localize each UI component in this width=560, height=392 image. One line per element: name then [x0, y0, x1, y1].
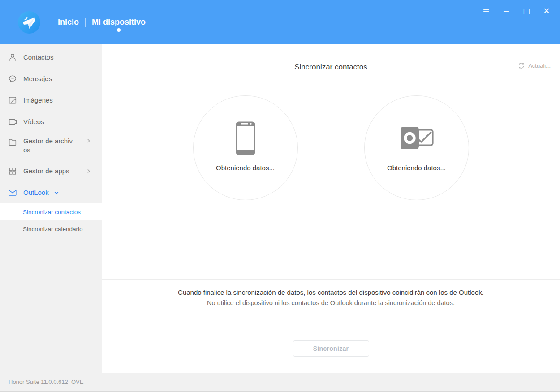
- minimize-icon[interactable]: −: [501, 7, 511, 15]
- tab-mi-dispositivo-label: Mi dispositivo: [92, 17, 146, 27]
- sidebar-item-gestor-archivos[interactable]: Gestor de archivos: [0, 133, 102, 160]
- sidebar-subitem-label: Sincronizar calendario: [23, 226, 83, 233]
- app-logo-icon: [17, 11, 41, 34]
- window-controls: ≡ − □ ✕: [481, 7, 551, 15]
- outlook-sync-card: Obteniendo datos...: [364, 95, 469, 200]
- statusbar: Honor Suite 11.0.0.612_OVE: [0, 373, 560, 392]
- sync-cards: Obteniendo datos... Obteniendo datos...: [193, 95, 469, 200]
- image-icon: [7, 95, 17, 106]
- sync-button[interactable]: Sincronizar: [293, 340, 369, 357]
- close-icon[interactable]: ✕: [542, 7, 551, 15]
- tab-inicio-label: Inicio: [58, 17, 79, 27]
- app-body: Contactos Mensajes: [0, 44, 560, 373]
- sidebar-item-imagenes[interactable]: Imágenes: [0, 90, 102, 111]
- refresh-button[interactable]: Actuali...: [517, 62, 551, 69]
- sidebar-item-mensajes[interactable]: Mensajes: [0, 68, 102, 90]
- page-title: Sincronizar contactos: [294, 63, 367, 72]
- sidebar-item-outlook[interactable]: OutLook: [0, 182, 102, 203]
- titlebar: Inicio Mi dispositivo ≡ − □ ✕: [0, 0, 560, 44]
- sidebar-item-label: Gestor de archivos: [23, 137, 73, 155]
- sidebar-subitem-label: Sincronizar contactos: [23, 209, 81, 215]
- chevron-down-icon: [53, 190, 60, 196]
- sidebar-item-contactos[interactable]: Contactos: [0, 47, 102, 68]
- tab-mi-dispositivo[interactable]: Mi dispositivo: [86, 0, 152, 44]
- video-icon: [7, 117, 17, 127]
- apps-icon: [7, 166, 17, 177]
- refresh-icon: [517, 62, 525, 69]
- sidebar-item-label: Gestor de apps: [23, 167, 69, 176]
- sync-info-secondary: No utilice el dispositivo ni los contact…: [207, 299, 455, 306]
- main-content: Sincronizar contactos Actuali...: [102, 44, 560, 373]
- sync-info-primary: Cuando finalice la sincronización de dat…: [178, 289, 484, 296]
- sidebar: Contactos Mensajes: [0, 44, 102, 373]
- mail-icon: [7, 188, 17, 198]
- app-version-text: Honor Suite 11.0.0.612_OVE: [9, 379, 83, 385]
- section-divider: [102, 279, 560, 280]
- sidebar-subitem-sincronizar-calendario[interactable]: Sincronizar calendario: [0, 220, 102, 237]
- outlook-icon: [399, 120, 435, 157]
- sidebar-item-gestor-apps[interactable]: Gestor de apps: [0, 160, 102, 182]
- sync-status-text: Obteniendo datos...: [216, 164, 275, 172]
- person-icon: [7, 52, 17, 63]
- sidebar-item-label: Vídeos: [23, 117, 44, 126]
- device-sync-card: Obteniendo datos...: [193, 95, 298, 200]
- phone-icon: [235, 120, 256, 157]
- header-tabs: Inicio Mi dispositivo: [52, 0, 152, 44]
- sidebar-item-label: Imágenes: [23, 96, 53, 105]
- active-tab-dot: [117, 28, 121, 32]
- chat-icon: [7, 74, 17, 84]
- sync-status-text: Obteniendo datos...: [387, 164, 446, 172]
- sidebar-item-label: Contactos: [23, 53, 54, 62]
- tab-inicio[interactable]: Inicio: [52, 0, 85, 44]
- maximize-icon[interactable]: □: [521, 7, 531, 15]
- chevron-right-icon: [86, 168, 91, 174]
- sidebar-item-label: OutLook: [23, 188, 49, 197]
- refresh-label: Actuali...: [528, 62, 551, 69]
- sidebar-item-videos[interactable]: Vídeos: [0, 111, 102, 133]
- chevron-right-icon: [86, 138, 91, 144]
- folder-icon: [7, 137, 17, 147]
- sidebar-item-label: Mensajes: [23, 74, 52, 83]
- menu-icon[interactable]: ≡: [481, 7, 491, 15]
- sidebar-subitem-sincronizar-contactos[interactable]: Sincronizar contactos: [0, 203, 102, 220]
- app-window: Inicio Mi dispositivo ≡ − □ ✕ Con: [0, 0, 560, 392]
